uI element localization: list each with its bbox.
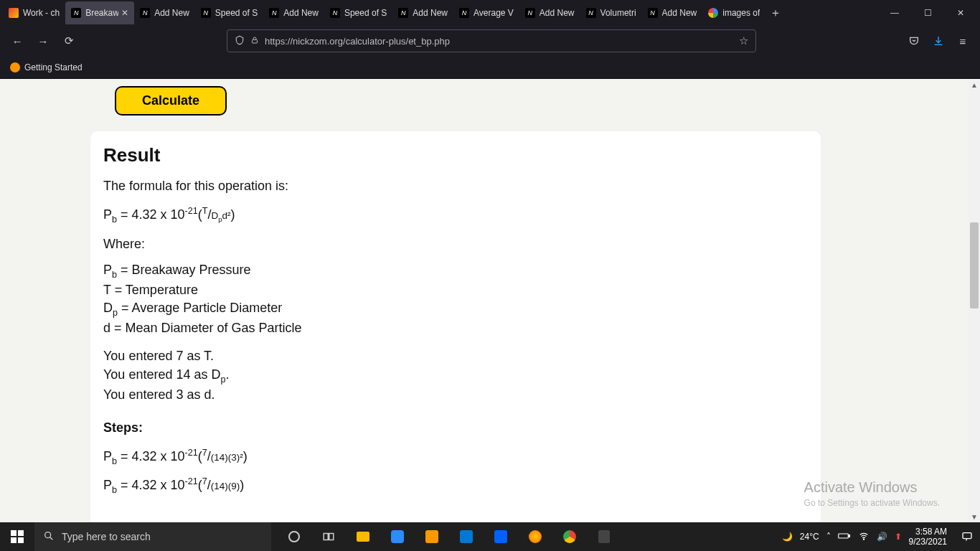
page-viewport: Calculate Result The formula for this op…	[0, 79, 980, 522]
def-d: d = Mean Diameter of Gas Particle	[103, 319, 808, 337]
nav-toolbar: ← → ⟳ https://nickzom.org/calculator-plu…	[0, 26, 980, 56]
site-icon: N	[459, 8, 469, 18]
chrome-icon[interactable]	[552, 522, 587, 551]
tab-volumetric[interactable]: N Volumetri	[580, 1, 642, 24]
clock[interactable]: 3:58 AM 9/23/2021	[909, 527, 947, 547]
where-label: Where:	[103, 235, 808, 254]
svg-rect-5	[838, 534, 848, 538]
step1-num: 7	[202, 448, 207, 458]
scroll-down-arrow[interactable]: ▼	[969, 511, 980, 522]
calculate-button[interactable]: Calculate	[115, 86, 227, 116]
app-menu-icon[interactable]: ≡	[951, 29, 974, 52]
zoom-icon[interactable]	[380, 522, 415, 551]
bookmarks-toolbar: Getting Started	[0, 56, 980, 79]
entered-d: You entered 3 as d.	[103, 386, 808, 404]
tab-breakaway[interactable]: N Breakaw ✕	[65, 1, 134, 24]
task-view-icon[interactable]	[311, 522, 346, 551]
formula-general: Pb = 4.32 x 10-21(T/Dpd²)	[103, 206, 808, 225]
tab-addnew-2[interactable]: N Add New	[263, 1, 324, 24]
firefox-taskbar-icon[interactable]	[518, 522, 552, 551]
tab-title: Speed of S	[344, 8, 387, 18]
window-maximize-button[interactable]: ☐	[911, 1, 944, 24]
entered-dp: You entered 14 as Dp.	[103, 366, 808, 386]
tab-average[interactable]: N Average V	[453, 1, 519, 24]
pocket-icon[interactable]	[903, 29, 925, 52]
tab-addnew-3[interactable]: N Add New	[392, 1, 453, 24]
def-t-text: Temperature	[126, 283, 198, 297]
bookmark-star-icon[interactable]: ☆	[739, 34, 748, 47]
clock-date: 9/23/2021	[909, 537, 947, 547]
bookmark-getting-started[interactable]: Getting Started	[6, 60, 87, 75]
site-icon: N	[648, 8, 658, 18]
svg-rect-3	[324, 534, 328, 540]
def-t: T = Temperature	[103, 281, 808, 299]
tab-title: Add New	[540, 8, 575, 18]
svg-rect-6	[849, 534, 850, 537]
gmail-icon	[9, 8, 19, 18]
scroll-thumb[interactable]	[970, 222, 979, 309]
step2-num: 7	[202, 476, 207, 486]
window-close-button[interactable]: ✕	[944, 1, 977, 24]
lock-icon	[250, 36, 259, 47]
url-text: https://nickzom.org/calculator-plus/et_b…	[265, 36, 450, 47]
watermark-subtitle: Go to Settings to activate Windows.	[804, 497, 940, 509]
volume-icon[interactable]: 🔊	[877, 532, 887, 542]
tab-speed-1[interactable]: N Speed of S	[195, 1, 263, 24]
vscode-icon[interactable]	[449, 522, 484, 551]
security-icon[interactable]: ⬆	[895, 532, 902, 542]
scroll-up-arrow[interactable]: ▲	[969, 79, 980, 90]
battery-icon[interactable]	[838, 532, 851, 542]
tab-addnew-5[interactable]: N Add New	[642, 1, 703, 24]
step-1: Pb = 4.32 x 10-21(7/(14)(3)²)	[103, 448, 808, 466]
reload-button[interactable]: ⟳	[57, 29, 80, 52]
weather-icon[interactable]: 🌙	[782, 532, 793, 542]
weather-temp[interactable]: 24°C	[800, 532, 819, 542]
cortana-icon[interactable]	[277, 522, 311, 551]
tab-title: Add New	[283, 8, 319, 18]
tab-title: Add New	[662, 8, 697, 18]
search-icon	[43, 530, 55, 544]
svg-point-1	[45, 532, 51, 537]
taskbar-search[interactable]: Type here to search	[34, 522, 271, 551]
vertical-scrollbar[interactable]: ▲ ▼	[969, 79, 980, 522]
file-explorer-icon[interactable]	[346, 522, 380, 551]
entered-dp-val: 14	[176, 367, 190, 382]
close-icon[interactable]: ✕	[121, 8, 128, 18]
address-bar[interactable]: https://nickzom.org/calculator-plus/et_b…	[227, 29, 756, 52]
downloads-icon[interactable]	[927, 29, 950, 52]
system-tray: 🌙 24°C ˄ 🔊 ⬆ 3:58 AM 9/23/2021	[775, 527, 954, 547]
calculator-icon[interactable]	[587, 522, 621, 551]
wifi-icon[interactable]	[858, 531, 870, 543]
svg-rect-4	[329, 534, 334, 540]
page-content: Calculate Result The formula for this op…	[0, 79, 980, 522]
google-icon	[708, 8, 718, 18]
site-icon: N	[525, 8, 535, 18]
forward-button[interactable]: →	[32, 29, 55, 52]
dropbox-icon[interactable]	[484, 522, 518, 551]
back-button[interactable]: ←	[6, 29, 29, 52]
def-d-text: Mean Diameter of Gas Particle	[126, 321, 302, 335]
windows-icon	[11, 530, 24, 543]
result-card: Result The formula for this operation is…	[90, 131, 821, 522]
action-center-icon[interactable]	[954, 522, 980, 551]
tab-addnew-1[interactable]: N Add New	[134, 1, 195, 24]
steps-label: Steps:	[103, 418, 808, 438]
site-icon: N	[71, 8, 81, 18]
definitions: Pb = Breakaway Pressure T = Temperature …	[103, 261, 808, 338]
tab-title: images of	[722, 8, 760, 18]
site-icon: N	[269, 8, 279, 18]
tab-images[interactable]: images of	[702, 1, 765, 24]
sublime-icon[interactable]	[415, 522, 449, 551]
tab-work[interactable]: Work - ch	[3, 1, 65, 24]
window-minimize-button[interactable]: ―	[878, 1, 911, 24]
tab-title: Average V	[473, 8, 514, 18]
tab-speed-2[interactable]: N Speed of S	[324, 1, 392, 24]
new-tab-button[interactable]: ＋	[765, 3, 786, 23]
tray-chevron-icon[interactable]: ˄	[826, 532, 831, 542]
svg-line-2	[50, 537, 53, 540]
start-button[interactable]	[0, 522, 34, 551]
tab-addnew-4[interactable]: N Add New	[519, 1, 580, 24]
formula-exponent: -21	[185, 206, 198, 216]
site-icon: N	[201, 8, 211, 18]
def-pb: Pb = Breakaway Pressure	[103, 261, 808, 281]
